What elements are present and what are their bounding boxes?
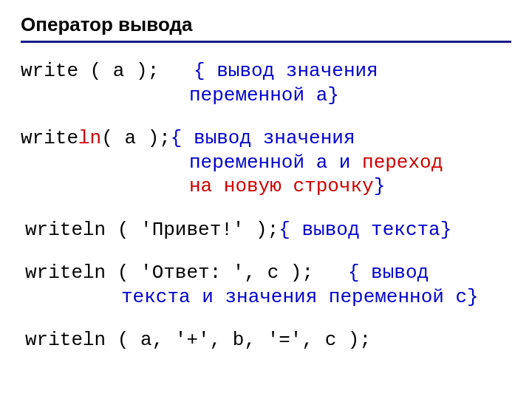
slide: Оператор вывода write ( a ); { вывод зна… xyxy=(0,0,532,399)
code-write: write xyxy=(21,126,78,151)
slide-title: Оператор вывода xyxy=(21,13,511,43)
comment-line1a: { вывод значения xyxy=(194,59,378,83)
code-write-a: write ( a ); xyxy=(21,59,159,83)
gap xyxy=(313,261,348,285)
comment-line2b2: переход xyxy=(362,151,443,174)
example-write: write ( a ); { вывод значения переменной… xyxy=(21,59,511,107)
comment-line2c1: на новую строчку xyxy=(189,175,374,197)
example-writeln-expression: writeln ( a, '+', b, '=', c ); xyxy=(25,328,511,352)
example-writeln: writeln ( a ); { вывод значения переменн… xyxy=(21,126,511,199)
gap xyxy=(159,59,194,83)
code-ln-suffix: ln xyxy=(78,126,101,151)
comment-line2c2: } xyxy=(374,175,386,197)
comment-line3: { вывод текста} xyxy=(279,218,451,242)
comment-line1b: переменной a} xyxy=(189,84,339,106)
code-writeln-otvet: writeln ( 'Ответ: ', c ); xyxy=(25,261,313,285)
comment-line2b1: переменной a и xyxy=(189,151,362,174)
example-writeln-text: writeln ( 'Привет!' ); { вывод текста} xyxy=(25,218,511,242)
code-writeln-args: ( a ); xyxy=(101,126,171,151)
code-writeln-abc: writeln ( a, '+', b, '=', c ); xyxy=(25,329,371,351)
example-writeln-text-var: writeln ( 'Ответ: ', c ); { вывод текста… xyxy=(25,261,511,309)
comment-line4b: текста и значения переменной c} xyxy=(121,286,479,308)
comment-line2a: { вывод значения xyxy=(171,126,355,151)
comment-line4a: { вывод xyxy=(348,261,429,285)
code-writeln-privet: writeln ( 'Привет!' ); xyxy=(25,218,279,242)
